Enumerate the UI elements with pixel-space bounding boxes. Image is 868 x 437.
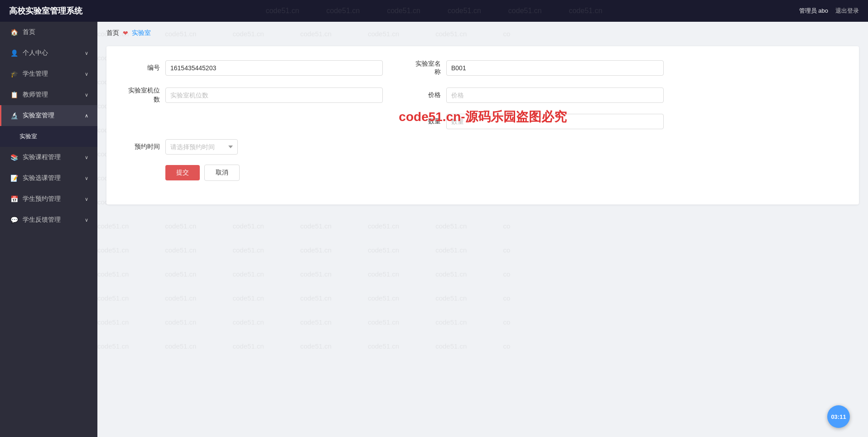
form-right-2: 价格	[410, 87, 664, 103]
form-right-1: 实验室名称	[410, 60, 664, 76]
sidebar-item-student[interactable]: 🎓 学生管理 ∨	[0, 63, 97, 84]
sidebar-item-label: 学生管理	[23, 70, 48, 78]
form-card: 编号 实验室名称 实验室机位数 价格	[106, 46, 859, 204]
student-icon: 🎓	[10, 70, 18, 78]
machine-input[interactable]	[165, 87, 383, 103]
quantity-label: 数量	[410, 117, 446, 126]
sidebar-item-home[interactable]: 🏠 首页	[0, 22, 97, 43]
chevron-down-icon: ∨	[85, 50, 88, 56]
watermark-row: code51.cncode51.cncode51.cncode51.cncode…	[97, 334, 868, 358]
time-select[interactable]: 请选择预约时间	[165, 139, 238, 155]
watermark-row: code51.cncode51.cncode51.cncode51.cncode…	[97, 262, 868, 286]
feedback-icon: 💬	[10, 216, 18, 223]
price-input[interactable]	[446, 87, 664, 103]
home-icon: 🏠	[10, 29, 18, 36]
number-label: 编号	[125, 64, 165, 72]
sidebar-item-label: 个人中心	[23, 49, 48, 57]
lab-icon: 🔬	[10, 112, 18, 119]
time-label: 预约时间	[125, 143, 165, 151]
logout-button[interactable]: 退出登录	[835, 7, 859, 15]
profile-icon: 👤	[10, 49, 18, 57]
reservation-icon: 📅	[10, 195, 18, 203]
chevron-down-icon: ∨	[85, 217, 88, 223]
watermark-row: code51.cncode51.cncode51.cncode51.cncode…	[97, 238, 868, 262]
sidebar-item-feedback[interactable]: 💬 学生反馈管理 ∨	[0, 209, 97, 230]
sidebar-item-label: 实验室	[19, 132, 37, 141]
form-right-3: 数量	[410, 114, 664, 129]
topbar: 高校实验室管理系统 code51.cn code51.cn code51.cn …	[0, 0, 868, 22]
watermark-row: code51.cncode51.cncode51.cncode51.cncode…	[97, 310, 868, 334]
breadcrumb-heart: ❤	[123, 29, 128, 37]
sidebar-item-label: 实验课程管理	[23, 153, 61, 161]
sidebar-item-lab[interactable]: 🔬 实验室管理 ∧	[0, 105, 97, 126]
chevron-down-icon: ∨	[85, 71, 88, 77]
sidebar-item-course[interactable]: 📚 实验课程管理 ∨	[0, 147, 97, 168]
chevron-up-icon: ∧	[85, 113, 88, 119]
chevron-down-icon: ∨	[85, 92, 88, 98]
clock-button[interactable]: 03:11	[827, 405, 850, 428]
sidebar-item-label: 学生反馈管理	[23, 216, 61, 224]
main-content: code51.cncode51.cncode51.cncode51.cncode…	[97, 22, 868, 437]
sidebar-item-profile[interactable]: 👤 个人中心 ∨	[0, 43, 97, 63]
chevron-down-icon: ∨	[85, 175, 88, 181]
admin-label: 管理员 abo	[799, 7, 828, 15]
form-buttons: 提交 取消	[165, 165, 841, 181]
sidebar-item-reservation[interactable]: 📅 学生预约管理 ∨	[0, 189, 97, 209]
watermark-row: code51.cncode51.cncode51.cncode51.cncode…	[97, 286, 868, 310]
sidebar-item-selection[interactable]: 📝 实验选课管理 ∨	[0, 168, 97, 189]
sidebar-item-lab-room[interactable]: 实验室	[0, 126, 97, 147]
layout: 🏠 首页 👤 个人中心 ∨ 🎓 学生管理 ∨ 📋 教师管理 ∨ 🔬 实验室管理 …	[0, 22, 868, 437]
teacher-icon: 📋	[10, 91, 18, 98]
breadcrumb-current[interactable]: 实验室	[132, 29, 151, 37]
course-icon: 📚	[10, 154, 18, 161]
breadcrumb-home: 首页	[106, 29, 119, 37]
room-name-label: 实验室名称	[410, 60, 446, 76]
sidebar: 🏠 首页 👤 个人中心 ∨ 🎓 学生管理 ∨ 📋 教师管理 ∨ 🔬 实验室管理 …	[0, 22, 97, 437]
room-name-input[interactable]	[446, 60, 664, 76]
sidebar-item-label: 学生预约管理	[23, 195, 61, 203]
sidebar-item-label: 实验室管理	[23, 112, 54, 120]
submit-button[interactable]: 提交	[165, 165, 200, 180]
quantity-input[interactable]	[446, 114, 664, 129]
sidebar-item-label: 教师管理	[23, 91, 48, 99]
topbar-right: 管理员 abo 退出登录	[799, 7, 859, 15]
price-label: 价格	[410, 91, 446, 99]
chevron-down-icon: ∨	[85, 155, 88, 160]
selection-icon: 📝	[10, 175, 18, 182]
form-row-2: 实验室机位数 价格	[125, 86, 841, 104]
form-row-4: 预约时间 请选择预约时间	[125, 139, 841, 155]
cancel-button[interactable]: 取消	[204, 165, 240, 181]
chevron-down-icon: ∨	[85, 196, 88, 202]
content-area: 首页 ❤ 实验室 编号 实验室名称 实验室机位数	[97, 22, 868, 212]
form-row-3: 数量	[125, 114, 841, 129]
number-input[interactable]	[165, 60, 383, 76]
watermark-row: code51.cncode51.cncode51.cncode51.cncode…	[97, 214, 868, 238]
machine-label: 实验室机位数	[125, 86, 165, 104]
form-row-1: 编号 实验室名称	[125, 60, 841, 76]
sidebar-item-label: 实验选课管理	[23, 174, 61, 182]
sidebar-item-teacher[interactable]: 📋 教师管理 ∨	[0, 84, 97, 105]
breadcrumb: 首页 ❤ 实验室	[106, 29, 859, 37]
topbar-watermark: code51.cn code51.cn code51.cn code51.cn …	[265, 7, 602, 15]
app-title: 高校实验室管理系统	[9, 5, 82, 16]
sidebar-item-label: 首页	[23, 28, 35, 36]
